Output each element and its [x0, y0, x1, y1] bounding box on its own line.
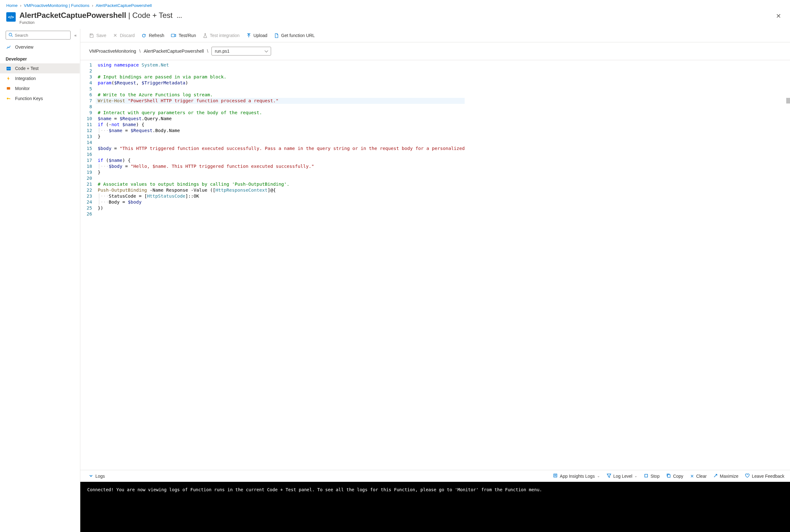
test-integration-button[interactable]: Test integration — [203, 33, 240, 38]
save-icon — [89, 33, 94, 38]
breadcrumb: Home › VMProactiveMonitoring | Functions… — [0, 0, 790, 10]
stop-icon — [644, 474, 648, 479]
sidebar-section-developer: Developer — [0, 52, 80, 63]
key-icon — [6, 96, 11, 101]
page-title: AlertPacketCaptuePowershell | Code + Tes… — [19, 11, 770, 20]
action-label: Test/Run — [178, 33, 196, 38]
sidebar-item-overview[interactable]: Overview — [0, 42, 80, 52]
svg-rect-8 — [171, 34, 175, 37]
log-btn-label: Maximize — [720, 474, 738, 479]
maximize-button[interactable]: Maximize — [713, 474, 738, 479]
sidebar-item-integration[interactable]: Integration — [0, 73, 80, 83]
log-level-button[interactable]: Log Level ⌄ — [607, 474, 638, 479]
code-icon: </> — [6, 66, 11, 71]
save-button[interactable]: Save — [89, 33, 106, 38]
sidebar-item-monitor[interactable]: Monitor — [0, 83, 80, 94]
title-function-name: AlertPacketCaptuePowershell — [19, 11, 126, 19]
search-icon — [8, 33, 13, 38]
logs-console[interactable]: Connected! You are now viewing logs of F… — [80, 482, 790, 532]
action-label: Get function URL — [281, 33, 315, 38]
action-label: Discard — [120, 33, 135, 38]
clear-icon: ✕ — [690, 474, 694, 479]
heart-icon — [745, 474, 750, 479]
path-sep: \ — [207, 49, 208, 54]
copy-icon — [666, 473, 671, 479]
main-panel: Save ✕ Discard Refresh Test/Run Test int… — [80, 29, 790, 532]
svg-rect-4 — [7, 87, 11, 90]
code-body[interactable]: using namespace System.Net # Input bindi… — [96, 60, 468, 470]
log-btn-label: Stop — [651, 474, 659, 479]
clear-button[interactable]: ✕ Clear — [690, 474, 707, 479]
log-btn-label: App Insights Logs — [560, 474, 595, 479]
log-btn-label: Leave Feedback — [752, 474, 784, 479]
overview-icon — [6, 45, 11, 50]
page-subtitle: Function — [19, 20, 770, 25]
sidebar-item-function-keys[interactable]: Function Keys — [0, 94, 80, 103]
get-function-url-button[interactable]: Get function URL — [274, 33, 315, 38]
log-btn-label: Copy — [673, 474, 683, 479]
more-options-button[interactable]: … — [175, 13, 184, 19]
sidebar-item-label: Overview — [15, 44, 33, 50]
action-label: Save — [96, 33, 106, 38]
sidebar: « Overview Developer </> Code + Test Int… — [0, 29, 80, 532]
refresh-button[interactable]: Refresh — [142, 33, 164, 38]
action-label: Refresh — [149, 33, 164, 38]
line-number-gutter: 1 2 3 4 5 6 7 8 9 10 11 12 13 14 15 16 1… — [80, 60, 96, 470]
title-separator: | — [126, 11, 132, 19]
svg-point-0 — [9, 33, 12, 36]
copy-button[interactable]: Copy — [666, 473, 683, 479]
path-sep: \ — [139, 49, 140, 54]
action-bar: Save ✕ Discard Refresh Test/Run Test int… — [80, 30, 790, 42]
chevron-down-icon: ⌄ — [597, 474, 600, 478]
svg-rect-7 — [10, 98, 11, 99]
collapse-sidebar-button[interactable]: « — [73, 32, 78, 39]
breadcrumb-parent[interactable]: VMProactiveMonitoring | Functions — [24, 3, 89, 8]
sidebar-item-label: Code + Test — [15, 66, 39, 71]
stop-button[interactable]: Stop — [644, 474, 659, 479]
breadcrumb-home[interactable]: Home — [6, 3, 18, 8]
path-app: VMProactiveMonitoring — [89, 49, 136, 54]
chevron-down-icon — [89, 474, 93, 479]
breadcrumb-current[interactable]: AlertPacketCaptuePowershell — [96, 3, 152, 8]
sidebar-item-label: Integration — [15, 76, 36, 81]
search-input[interactable] — [15, 33, 68, 38]
test-run-icon — [171, 33, 176, 38]
title-section: Code + Test — [132, 11, 172, 19]
code-editor[interactable]: 1 2 3 4 5 6 7 8 9 10 11 12 13 14 15 16 1… — [80, 60, 790, 470]
discard-button[interactable]: ✕ Discard — [113, 33, 135, 38]
upload-button[interactable]: Upload — [247, 33, 267, 38]
svg-rect-9 — [554, 474, 557, 477]
svg-rect-12 — [645, 474, 647, 477]
path-function: AlertPacketCaptuePowershell — [144, 49, 204, 54]
insights-icon — [553, 473, 558, 479]
file-selected: run.ps1 — [215, 49, 230, 54]
chevron-down-icon: ⌄ — [634, 474, 637, 478]
monitor-icon — [6, 86, 11, 91]
app-insights-logs-button[interactable]: App Insights Logs ⌄ — [553, 473, 600, 479]
discard-icon: ✕ — [113, 33, 117, 38]
search-box[interactable] — [6, 31, 71, 39]
file-path-bar: VMProactiveMonitoring \ AlertPacketCaptu… — [80, 42, 790, 60]
file-dropdown[interactable]: run.ps1 — [211, 47, 271, 56]
flask-icon — [203, 33, 207, 38]
sidebar-item-code-test[interactable]: </> Code + Test — [0, 63, 80, 73]
svg-rect-13 — [667, 475, 670, 477]
maximize-icon — [713, 474, 717, 479]
log-btn-label: Clear — [696, 474, 707, 479]
editor-scrollbar-thumb[interactable] — [786, 98, 790, 103]
logs-toolbar: Logs App Insights Logs ⌄ Log Level ⌄ Sto… — [80, 470, 790, 482]
chevron-right-icon: › — [20, 3, 21, 8]
svg-text:</>: </> — [7, 67, 11, 70]
page-header: </> AlertPacketCaptuePowershell | Code +… — [0, 10, 790, 29]
log-btn-label: Log Level — [613, 474, 633, 479]
svg-line-1 — [12, 35, 13, 37]
filter-icon — [607, 474, 611, 479]
close-button[interactable]: ✕ — [773, 11, 784, 21]
leave-feedback-button[interactable]: Leave Feedback — [745, 474, 784, 479]
sidebar-item-label: Monitor — [15, 86, 30, 91]
action-label: Upload — [253, 33, 267, 38]
upload-icon — [247, 33, 251, 38]
test-run-button[interactable]: Test/Run — [171, 33, 196, 38]
logs-collapse-toggle[interactable]: Logs — [89, 474, 105, 479]
logs-label: Logs — [95, 474, 105, 479]
